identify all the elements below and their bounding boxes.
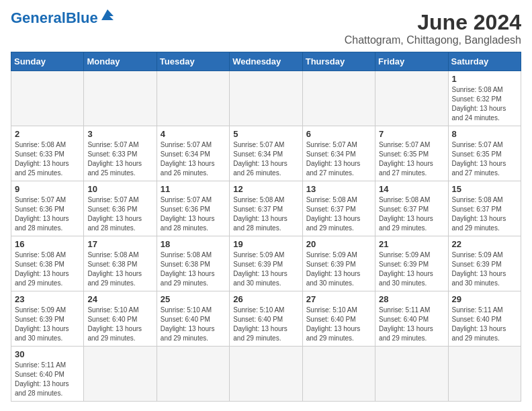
- day-info: Sunrise: 5:07 AMSunset: 6:34 PMDaylight:…: [161, 140, 226, 178]
- day-number: 12: [233, 184, 298, 194]
- day-info: Sunrise: 5:08 AMSunset: 6:37 PMDaylight:…: [233, 195, 298, 233]
- calendar-cell: 18Sunrise: 5:08 AMSunset: 6:38 PMDayligh…: [157, 236, 229, 291]
- day-info: Sunrise: 5:07 AMSunset: 6:33 PMDaylight:…: [87, 140, 152, 178]
- day-number: 1: [452, 74, 517, 84]
- day-number: 30: [15, 349, 80, 359]
- day-number: 22: [452, 239, 517, 249]
- day-info: Sunrise: 5:08 AMSunset: 6:38 PMDaylight:…: [87, 250, 152, 288]
- day-number: 16: [15, 239, 80, 249]
- day-number: 3: [87, 129, 152, 139]
- calendar-cell: 24Sunrise: 5:10 AMSunset: 6:40 PMDayligh…: [84, 291, 157, 347]
- day-number: 9: [15, 184, 80, 194]
- logo-icon: [100, 8, 115, 23]
- day-header-saturday: Saturday: [448, 52, 521, 71]
- day-info: Sunrise: 5:08 AMSunset: 6:37 PMDaylight:…: [452, 195, 517, 233]
- day-header-wednesday: Wednesday: [230, 52, 302, 71]
- calendar-cell: 25Sunrise: 5:10 AMSunset: 6:40 PMDayligh…: [157, 291, 229, 347]
- day-info: Sunrise: 5:08 AMSunset: 6:38 PMDaylight:…: [15, 250, 80, 288]
- day-number: 29: [452, 294, 517, 304]
- day-number: 13: [306, 184, 371, 194]
- calendar-cell: [302, 71, 375, 126]
- calendar-cell: 21Sunrise: 5:09 AMSunset: 6:39 PMDayligh…: [375, 236, 448, 291]
- calendar-cell: 13Sunrise: 5:08 AMSunset: 6:37 PMDayligh…: [302, 181, 375, 236]
- location-subtitle: Chattogram, Chittagong, Bangladesh: [345, 34, 521, 46]
- calendar-table: SundayMondayTuesdayWednesdayThursdayFrid…: [11, 52, 521, 402]
- day-info: Sunrise: 5:09 AMSunset: 6:39 PMDaylight:…: [15, 306, 80, 343]
- calendar-cell: 15Sunrise: 5:08 AMSunset: 6:37 PMDayligh…: [448, 181, 521, 236]
- calendar-cell: [230, 71, 302, 126]
- day-number: 14: [379, 184, 444, 194]
- calendar-cell: 17Sunrise: 5:08 AMSunset: 6:38 PMDayligh…: [84, 236, 157, 291]
- day-number: 27: [306, 294, 371, 304]
- page-header: GeneralBlue June 2024 Chattogram, Chitta…: [11, 11, 521, 46]
- day-info: Sunrise: 5:07 AMSunset: 6:36 PMDaylight:…: [161, 195, 226, 233]
- calendar-week-row: 16Sunrise: 5:08 AMSunset: 6:38 PMDayligh…: [11, 236, 521, 291]
- calendar-cell: 12Sunrise: 5:08 AMSunset: 6:37 PMDayligh…: [230, 181, 302, 236]
- day-info: Sunrise: 5:08 AMSunset: 6:38 PMDaylight:…: [161, 250, 226, 288]
- calendar-cell: [11, 71, 84, 126]
- calendar-cell: 28Sunrise: 5:11 AMSunset: 6:40 PMDayligh…: [375, 291, 448, 347]
- calendar-cell: 4Sunrise: 5:07 AMSunset: 6:34 PMDaylight…: [157, 126, 229, 181]
- day-number: 17: [87, 239, 152, 249]
- day-number: 10: [87, 184, 152, 194]
- day-header-sunday: Sunday: [11, 52, 84, 71]
- day-info: Sunrise: 5:08 AMSunset: 6:32 PMDaylight:…: [452, 85, 517, 123]
- logo-text: GeneralBlue: [11, 11, 98, 26]
- calendar-week-row: 23Sunrise: 5:09 AMSunset: 6:39 PMDayligh…: [11, 291, 521, 347]
- day-header-thursday: Thursday: [302, 52, 375, 71]
- calendar-cell: 1Sunrise: 5:08 AMSunset: 6:32 PMDaylight…: [448, 71, 521, 126]
- calendar-cell: [157, 71, 229, 126]
- logo-blue: Blue: [66, 9, 98, 26]
- day-number: 5: [233, 129, 298, 139]
- calendar-cell: [157, 347, 229, 402]
- day-info: Sunrise: 5:09 AMSunset: 6:39 PMDaylight:…: [306, 250, 371, 288]
- calendar-cell: 20Sunrise: 5:09 AMSunset: 6:39 PMDayligh…: [302, 236, 375, 291]
- day-number: 25: [161, 294, 226, 304]
- calendar-cell: [302, 347, 375, 402]
- day-header-tuesday: Tuesday: [157, 52, 229, 71]
- title-section: June 2024 Chattogram, Chittagong, Bangla…: [345, 11, 521, 46]
- day-number: 19: [233, 239, 298, 249]
- day-number: 2: [15, 129, 80, 139]
- day-info: Sunrise: 5:07 AMSunset: 6:35 PMDaylight:…: [452, 140, 517, 178]
- logo: GeneralBlue: [11, 11, 115, 26]
- calendar-week-row: 1Sunrise: 5:08 AMSunset: 6:32 PMDaylight…: [11, 71, 521, 126]
- day-info: Sunrise: 5:07 AMSunset: 6:36 PMDaylight:…: [87, 195, 152, 233]
- calendar-week-row: 9Sunrise: 5:07 AMSunset: 6:36 PMDaylight…: [11, 181, 521, 236]
- day-number: 21: [379, 239, 444, 249]
- day-header-friday: Friday: [375, 52, 448, 71]
- day-number: 28: [379, 294, 444, 304]
- calendar-cell: 10Sunrise: 5:07 AMSunset: 6:36 PMDayligh…: [84, 181, 157, 236]
- day-info: Sunrise: 5:10 AMSunset: 6:40 PMDaylight:…: [306, 306, 371, 343]
- day-info: Sunrise: 5:09 AMSunset: 6:39 PMDaylight:…: [452, 250, 517, 288]
- calendar-cell: 22Sunrise: 5:09 AMSunset: 6:39 PMDayligh…: [448, 236, 521, 291]
- day-info: Sunrise: 5:07 AMSunset: 6:35 PMDaylight:…: [379, 140, 444, 178]
- day-number: 18: [161, 239, 226, 249]
- calendar-cell: [84, 71, 157, 126]
- day-number: 20: [306, 239, 371, 249]
- day-header-monday: Monday: [84, 52, 157, 71]
- calendar-header-row: SundayMondayTuesdayWednesdayThursdayFrid…: [11, 52, 521, 71]
- day-info: Sunrise: 5:09 AMSunset: 6:39 PMDaylight:…: [379, 250, 444, 288]
- day-number: 15: [452, 184, 517, 194]
- day-info: Sunrise: 5:10 AMSunset: 6:40 PMDaylight:…: [233, 306, 298, 343]
- day-info: Sunrise: 5:08 AMSunset: 6:37 PMDaylight:…: [379, 195, 444, 233]
- calendar-cell: 3Sunrise: 5:07 AMSunset: 6:33 PMDaylight…: [84, 126, 157, 181]
- calendar-cell: 27Sunrise: 5:10 AMSunset: 6:40 PMDayligh…: [302, 291, 375, 347]
- day-info: Sunrise: 5:11 AMSunset: 6:40 PMDaylight:…: [379, 306, 444, 343]
- day-info: Sunrise: 5:08 AMSunset: 6:37 PMDaylight:…: [306, 195, 371, 233]
- day-number: 4: [161, 129, 226, 139]
- calendar-cell: 2Sunrise: 5:08 AMSunset: 6:33 PMDaylight…: [11, 126, 84, 181]
- month-title: June 2024: [345, 11, 521, 34]
- day-info: Sunrise: 5:09 AMSunset: 6:39 PMDaylight:…: [233, 250, 298, 288]
- day-info: Sunrise: 5:11 AMSunset: 6:40 PMDaylight:…: [15, 361, 80, 398]
- calendar-cell: 16Sunrise: 5:08 AMSunset: 6:38 PMDayligh…: [11, 236, 84, 291]
- day-number: 23: [15, 294, 80, 304]
- calendar-cell: [230, 347, 302, 402]
- day-number: 6: [306, 129, 371, 139]
- calendar-cell: [84, 347, 157, 402]
- calendar-cell: 6Sunrise: 5:07 AMSunset: 6:34 PMDaylight…: [302, 126, 375, 181]
- day-info: Sunrise: 5:10 AMSunset: 6:40 PMDaylight:…: [161, 306, 226, 343]
- calendar-cell: [448, 347, 521, 402]
- day-info: Sunrise: 5:07 AMSunset: 6:34 PMDaylight:…: [233, 140, 298, 178]
